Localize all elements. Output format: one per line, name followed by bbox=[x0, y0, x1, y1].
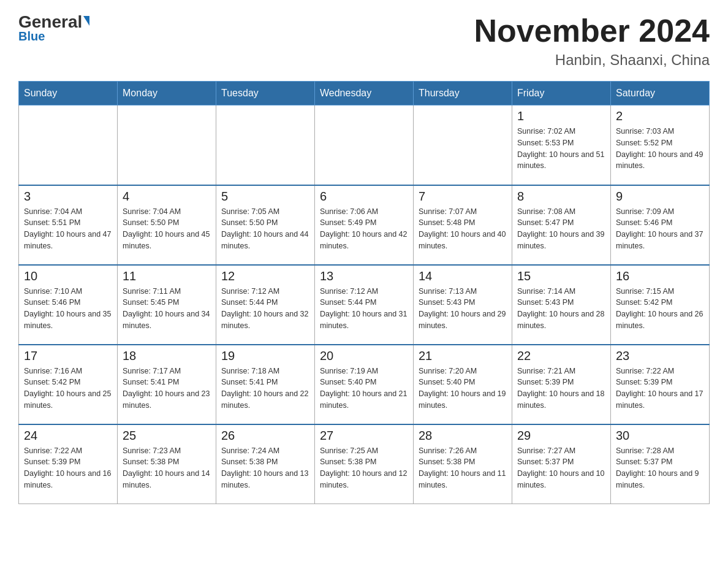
day-info: Sunrise: 7:14 AMSunset: 5:43 PMDaylight:… bbox=[517, 286, 605, 332]
calendar-day-cell: 7Sunrise: 7:07 AMSunset: 5:48 PMDaylight… bbox=[414, 185, 512, 265]
calendar-day-cell: 10Sunrise: 7:10 AMSunset: 5:46 PMDayligh… bbox=[19, 265, 118, 345]
calendar-day-cell: 16Sunrise: 7:15 AMSunset: 5:42 PMDayligh… bbox=[611, 265, 710, 345]
day-info: Sunrise: 7:10 AMSunset: 5:46 PMDaylight:… bbox=[24, 286, 112, 332]
day-number: 24 bbox=[24, 429, 112, 443]
calendar-day-cell: 21Sunrise: 7:20 AMSunset: 5:40 PMDayligh… bbox=[414, 345, 512, 424]
day-info: Sunrise: 7:27 AMSunset: 5:37 PMDaylight:… bbox=[517, 445, 605, 491]
calendar-week-row: 17Sunrise: 7:16 AMSunset: 5:42 PMDayligh… bbox=[19, 345, 710, 424]
calendar-day-cell: 27Sunrise: 7:25 AMSunset: 5:38 PMDayligh… bbox=[315, 424, 414, 504]
calendar-day-cell: 9Sunrise: 7:09 AMSunset: 5:46 PMDaylight… bbox=[611, 185, 710, 265]
calendar-day-cell: 19Sunrise: 7:18 AMSunset: 5:41 PMDayligh… bbox=[216, 345, 315, 424]
calendar-day-cell: 11Sunrise: 7:11 AMSunset: 5:45 PMDayligh… bbox=[118, 265, 216, 345]
calendar-day-cell: 26Sunrise: 7:24 AMSunset: 5:38 PMDayligh… bbox=[216, 424, 315, 504]
day-number: 16 bbox=[616, 269, 704, 283]
title-area: November 2024 Hanbin, Shaanxi, China bbox=[474, 12, 710, 69]
calendar-day-cell: 25Sunrise: 7:23 AMSunset: 5:38 PMDayligh… bbox=[118, 424, 216, 504]
calendar-day-cell: 4Sunrise: 7:04 AMSunset: 5:50 PMDaylight… bbox=[118, 185, 216, 265]
day-number: 28 bbox=[419, 429, 507, 443]
logo-triangle-icon bbox=[83, 16, 89, 26]
weekday-header-friday: Friday bbox=[512, 82, 611, 105]
day-info: Sunrise: 7:26 AMSunset: 5:38 PMDaylight:… bbox=[419, 445, 507, 491]
day-number: 21 bbox=[419, 349, 507, 363]
day-info: Sunrise: 7:13 AMSunset: 5:43 PMDaylight:… bbox=[419, 286, 507, 332]
weekday-header-saturday: Saturday bbox=[611, 82, 710, 105]
day-number: 26 bbox=[221, 429, 309, 443]
weekday-header-thursday: Thursday bbox=[414, 82, 512, 105]
calendar-day-cell: 12Sunrise: 7:12 AMSunset: 5:44 PMDayligh… bbox=[216, 265, 315, 345]
calendar-subtitle: Hanbin, Shaanxi, China bbox=[474, 52, 710, 69]
day-number: 9 bbox=[616, 190, 704, 204]
day-info: Sunrise: 7:19 AMSunset: 5:40 PMDaylight:… bbox=[320, 366, 408, 412]
weekday-header-wednesday: Wednesday bbox=[315, 82, 414, 105]
day-number: 11 bbox=[123, 269, 211, 283]
day-number: 15 bbox=[517, 269, 605, 283]
calendar-day-cell: 20Sunrise: 7:19 AMSunset: 5:40 PMDayligh… bbox=[315, 345, 414, 424]
day-number: 18 bbox=[123, 349, 211, 363]
calendar-day-cell: 15Sunrise: 7:14 AMSunset: 5:43 PMDayligh… bbox=[512, 265, 611, 345]
calendar-day-cell: 18Sunrise: 7:17 AMSunset: 5:41 PMDayligh… bbox=[118, 345, 216, 424]
calendar-day-cell: 30Sunrise: 7:28 AMSunset: 5:37 PMDayligh… bbox=[611, 424, 710, 504]
day-info: Sunrise: 7:20 AMSunset: 5:40 PMDaylight:… bbox=[419, 366, 507, 412]
day-number: 19 bbox=[221, 349, 309, 363]
header: General Blue November 2024 Hanbin, Shaan… bbox=[18, 12, 710, 69]
calendar-day-cell: 13Sunrise: 7:12 AMSunset: 5:44 PMDayligh… bbox=[315, 265, 414, 345]
day-number: 8 bbox=[517, 190, 605, 204]
day-number: 25 bbox=[123, 429, 211, 443]
calendar-day-cell bbox=[315, 105, 414, 185]
day-info: Sunrise: 7:07 AMSunset: 5:48 PMDaylight:… bbox=[419, 206, 507, 252]
day-info: Sunrise: 7:16 AMSunset: 5:42 PMDaylight:… bbox=[24, 366, 112, 412]
day-info: Sunrise: 7:15 AMSunset: 5:42 PMDaylight:… bbox=[616, 286, 704, 332]
day-info: Sunrise: 7:22 AMSunset: 5:39 PMDaylight:… bbox=[24, 445, 112, 491]
weekday-header-tuesday: Tuesday bbox=[216, 82, 315, 105]
day-number: 6 bbox=[320, 190, 408, 204]
day-number: 3 bbox=[24, 190, 112, 204]
day-info: Sunrise: 7:12 AMSunset: 5:44 PMDaylight:… bbox=[320, 286, 408, 332]
day-info: Sunrise: 7:28 AMSunset: 5:37 PMDaylight:… bbox=[616, 445, 704, 491]
weekday-header-monday: Monday bbox=[118, 82, 216, 105]
calendar-table: SundayMondayTuesdayWednesdayThursdayFrid… bbox=[18, 81, 710, 504]
day-number: 2 bbox=[616, 109, 704, 123]
day-info: Sunrise: 7:18 AMSunset: 5:41 PMDaylight:… bbox=[221, 366, 309, 412]
day-number: 29 bbox=[517, 429, 605, 443]
calendar-day-cell bbox=[414, 105, 512, 185]
day-number: 4 bbox=[123, 190, 211, 204]
day-info: Sunrise: 7:21 AMSunset: 5:39 PMDaylight:… bbox=[517, 366, 605, 412]
day-number: 1 bbox=[517, 109, 605, 123]
logo: General Blue bbox=[18, 12, 89, 44]
day-info: Sunrise: 7:24 AMSunset: 5:38 PMDaylight:… bbox=[221, 445, 309, 491]
calendar-day-cell: 1Sunrise: 7:02 AMSunset: 5:53 PMDaylight… bbox=[512, 105, 611, 185]
day-info: Sunrise: 7:04 AMSunset: 5:51 PMDaylight:… bbox=[24, 206, 112, 252]
day-info: Sunrise: 7:03 AMSunset: 5:52 PMDaylight:… bbox=[616, 126, 704, 172]
day-info: Sunrise: 7:12 AMSunset: 5:44 PMDaylight:… bbox=[221, 286, 309, 332]
day-info: Sunrise: 7:02 AMSunset: 5:53 PMDaylight:… bbox=[517, 126, 605, 172]
day-number: 20 bbox=[320, 349, 408, 363]
day-number: 5 bbox=[221, 190, 309, 204]
day-number: 7 bbox=[419, 190, 507, 204]
calendar-day-cell: 28Sunrise: 7:26 AMSunset: 5:38 PMDayligh… bbox=[414, 424, 512, 504]
day-info: Sunrise: 7:08 AMSunset: 5:47 PMDaylight:… bbox=[517, 206, 605, 252]
day-number: 10 bbox=[24, 269, 112, 283]
day-number: 30 bbox=[616, 429, 704, 443]
calendar-day-cell: 3Sunrise: 7:04 AMSunset: 5:51 PMDaylight… bbox=[19, 185, 118, 265]
day-info: Sunrise: 7:05 AMSunset: 5:50 PMDaylight:… bbox=[221, 206, 309, 252]
calendar-day-cell bbox=[19, 105, 118, 185]
calendar-day-cell: 5Sunrise: 7:05 AMSunset: 5:50 PMDaylight… bbox=[216, 185, 315, 265]
day-number: 23 bbox=[616, 349, 704, 363]
calendar-day-cell: 29Sunrise: 7:27 AMSunset: 5:37 PMDayligh… bbox=[512, 424, 611, 504]
calendar-day-cell: 2Sunrise: 7:03 AMSunset: 5:52 PMDaylight… bbox=[611, 105, 710, 185]
logo-blue-text: Blue bbox=[18, 29, 45, 44]
day-number: 22 bbox=[517, 349, 605, 363]
day-number: 17 bbox=[24, 349, 112, 363]
day-number: 12 bbox=[221, 269, 309, 283]
calendar-week-row: 10Sunrise: 7:10 AMSunset: 5:46 PMDayligh… bbox=[19, 265, 710, 345]
day-info: Sunrise: 7:04 AMSunset: 5:50 PMDaylight:… bbox=[123, 206, 211, 252]
calendar-day-cell: 23Sunrise: 7:22 AMSunset: 5:39 PMDayligh… bbox=[611, 345, 710, 424]
calendar-week-row: 3Sunrise: 7:04 AMSunset: 5:51 PMDaylight… bbox=[19, 185, 710, 265]
calendar-week-row: 24Sunrise: 7:22 AMSunset: 5:39 PMDayligh… bbox=[19, 424, 710, 504]
calendar-day-cell: 6Sunrise: 7:06 AMSunset: 5:49 PMDaylight… bbox=[315, 185, 414, 265]
calendar-day-cell: 24Sunrise: 7:22 AMSunset: 5:39 PMDayligh… bbox=[19, 424, 118, 504]
day-number: 27 bbox=[320, 429, 408, 443]
day-number: 14 bbox=[419, 269, 507, 283]
weekday-header-sunday: Sunday bbox=[19, 82, 118, 105]
day-info: Sunrise: 7:22 AMSunset: 5:39 PMDaylight:… bbox=[616, 366, 704, 412]
